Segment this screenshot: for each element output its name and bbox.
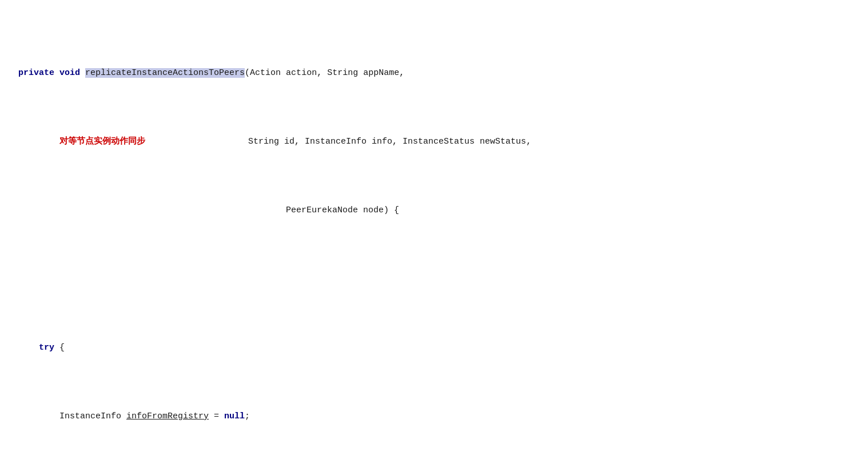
- keyword-private: private: [18, 68, 54, 78]
- line-blank-1: [17, 272, 851, 286]
- line-instanceinfo: InstanceInfo infoFromRegistry = null;: [17, 410, 851, 424]
- annotation-cn-text: 对等节点实例动作同步: [59, 137, 145, 147]
- line-try: try {: [17, 341, 851, 355]
- params-3: PeerEurekaNode node) {: [286, 205, 399, 215]
- params-1: (Action action, String appName,: [245, 68, 404, 78]
- null-val: null: [224, 411, 245, 421]
- try-brace: {: [59, 343, 65, 353]
- line-params-3: PeerEurekaNode node) {: [17, 204, 851, 217]
- line-method-sig-1: private void replicateInstanceActionsToP…: [17, 66, 851, 80]
- method-name: replicateInstanceActionsToPeers: [85, 68, 245, 78]
- keyword-try: try: [39, 343, 54, 353]
- code-block: private void replicateInstanceActionsToP…: [17, 11, 851, 467]
- line-annotation-cn: 对等节点实例动作同步 String id, InstanceInfo info,…: [17, 135, 851, 149]
- params-2: String id, InstanceInfo info, InstanceSt…: [248, 137, 531, 147]
- instanceinfo-text: InstanceInfo infoFromRegistry = null;: [59, 411, 250, 421]
- keyword-void: void: [59, 68, 80, 78]
- infoFromRegistry-decl: infoFromRegistry: [126, 411, 209, 421]
